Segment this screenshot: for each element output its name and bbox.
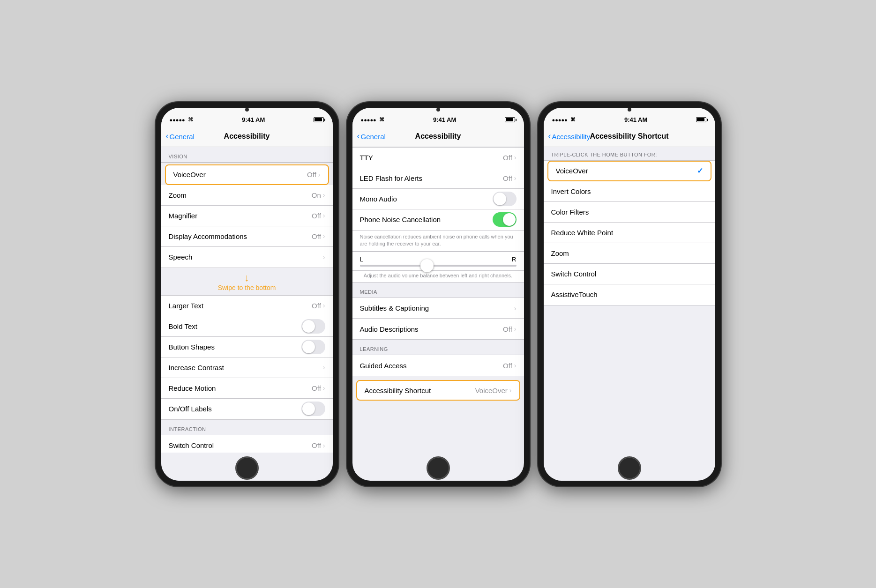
bold-text-row[interactable]: Bold Text bbox=[161, 316, 333, 337]
magnifier-row[interactable]: Magnifier Off › bbox=[161, 206, 333, 226]
back-label-2: General bbox=[361, 133, 386, 141]
mono-toggle[interactable] bbox=[493, 192, 517, 206]
magnifier-value: Off › bbox=[312, 212, 325, 220]
chevron-icon-display: › bbox=[323, 232, 325, 240]
zoom-option-row[interactable]: Zoom bbox=[544, 243, 715, 264]
color-filters-label: Color Filters bbox=[551, 208, 589, 216]
text-list: Larger Text Off › Bold Text bbox=[161, 295, 333, 420]
chevron-icon-magnifier: › bbox=[323, 212, 325, 219]
tty-row[interactable]: TTY Off › bbox=[352, 148, 524, 168]
larger-text-label: Larger Text bbox=[169, 302, 204, 310]
noise-desc: Noise cancellation reduces ambient noise… bbox=[352, 231, 524, 252]
switch-control-option-row[interactable]: Switch Control bbox=[544, 264, 715, 284]
on-off-labels-toggle[interactable] bbox=[301, 402, 325, 416]
guided-access-row[interactable]: Guided Access Off › bbox=[352, 355, 524, 376]
signal-dots-1: ●●●●● bbox=[170, 117, 185, 123]
reduce-motion-label: Reduce Motion bbox=[169, 384, 216, 392]
display-label: Display Accommodations bbox=[169, 232, 247, 240]
back-arrow-icon-1: ‹ bbox=[166, 131, 169, 141]
vision-list: VoiceOver Off › Zoom On › bbox=[161, 162, 333, 268]
zoom-option-label: Zoom bbox=[551, 249, 569, 257]
media-header: MEDIA bbox=[352, 283, 524, 298]
nav-bar-3: ‹ Accessibility Accessibility Shortcut bbox=[544, 127, 715, 147]
mono-label: Mono Audio bbox=[360, 195, 397, 203]
page-title-2: Accessibility bbox=[415, 132, 461, 141]
slider-left: L bbox=[360, 256, 363, 263]
button-shapes-row[interactable]: Button Shapes bbox=[161, 337, 333, 357]
checkmark-icon: ✓ bbox=[697, 166, 703, 175]
slider-track[interactable] bbox=[360, 265, 517, 267]
on-off-labels-label: On/Off Labels bbox=[169, 405, 212, 413]
led-flash-row[interactable]: LED Flash for Alerts Off › bbox=[352, 168, 524, 189]
learning-header: LEARNING bbox=[352, 340, 524, 355]
options-list: VoiceOver ✓ Invert Colors Color Filters … bbox=[544, 160, 715, 305]
zoom-label: Zoom bbox=[169, 191, 187, 199]
chevron-icon-motion: › bbox=[323, 384, 325, 392]
speech-row[interactable]: Speech › bbox=[161, 247, 333, 268]
noise-cancel-row[interactable]: Phone Noise Cancellation bbox=[352, 209, 524, 230]
screen-content-2: TTY Off › LED Flash for Alerts Off › bbox=[352, 147, 524, 481]
bold-text-toggle[interactable] bbox=[301, 319, 325, 334]
zoom-row[interactable]: Zoom On › bbox=[161, 185, 333, 206]
switch-control-option-label: Switch Control bbox=[551, 270, 597, 278]
section-header-interaction: INTERACTION bbox=[161, 420, 333, 435]
reduce-motion-row[interactable]: Reduce Motion Off › bbox=[161, 378, 333, 399]
accessibility-shortcut-row[interactable]: Accessibility Shortcut VoiceOver › bbox=[356, 380, 520, 401]
swipe-arrow-icon: ↓ bbox=[244, 270, 249, 284]
chevron-icon-larger: › bbox=[323, 302, 325, 309]
time-1: 9:41 AM bbox=[242, 116, 265, 123]
switch-control-row[interactable]: Switch Control Off › bbox=[161, 435, 333, 453]
button-shapes-toggle[interactable] bbox=[301, 340, 325, 354]
audio-desc-row[interactable]: Audio Descriptions Off › bbox=[352, 319, 524, 339]
screen-content-3: TRIPLE-CLICK THE HOME BUTTON FOR: VoiceO… bbox=[544, 147, 715, 481]
back-button-3[interactable]: ‹ Accessibility bbox=[548, 132, 591, 141]
back-button-1[interactable]: ‹ General bbox=[166, 132, 195, 141]
increase-contrast-row[interactable]: Increase Contrast › bbox=[161, 357, 333, 378]
camera-dot-2 bbox=[436, 108, 440, 112]
reduce-white-point-label: Reduce White Point bbox=[551, 229, 614, 237]
on-off-labels-row[interactable]: On/Off Labels bbox=[161, 399, 333, 419]
magnifier-label: Magnifier bbox=[169, 212, 198, 220]
voiceover-label: VoiceOver bbox=[173, 171, 206, 179]
voiceover-option-row[interactable]: VoiceOver ✓ bbox=[547, 161, 711, 181]
invert-colors-row[interactable]: Invert Colors bbox=[544, 181, 715, 202]
larger-text-row[interactable]: Larger Text Off › bbox=[161, 296, 333, 316]
chevron-tty: › bbox=[514, 154, 517, 161]
reduce-white-point-row[interactable]: Reduce White Point bbox=[544, 223, 715, 243]
chevron-led: › bbox=[514, 174, 517, 182]
slider-thumb[interactable] bbox=[420, 259, 434, 272]
slider-fill bbox=[360, 265, 430, 267]
chevron-subtitles: › bbox=[514, 305, 517, 312]
back-button-2[interactable]: ‹ General bbox=[357, 132, 386, 141]
assistivetouch-row[interactable]: AssistiveTouch bbox=[544, 284, 715, 305]
tty-label: TTY bbox=[360, 154, 373, 162]
speech-label: Speech bbox=[169, 253, 193, 261]
speech-value: › bbox=[323, 253, 325, 261]
media-list: Subtitles & Captioning › Audio Descripti… bbox=[352, 298, 524, 340]
guided-access-label: Guided Access bbox=[360, 362, 407, 370]
assistivetouch-label: AssistiveTouch bbox=[551, 290, 598, 298]
time-3: 9:41 AM bbox=[624, 116, 647, 123]
increase-contrast-value: › bbox=[323, 364, 325, 371]
subtitles-row[interactable]: Subtitles & Captioning › bbox=[352, 298, 524, 319]
back-arrow-icon-3: ‹ bbox=[548, 131, 551, 141]
chevron-audio-desc: › bbox=[514, 325, 517, 333]
color-filters-row[interactable]: Color Filters bbox=[544, 202, 715, 223]
screen-content-1: VISION VoiceOver Off › Zoom bbox=[161, 147, 333, 481]
swipe-annotation: ↓ Swipe to the bottom bbox=[161, 268, 333, 295]
back-label-1: General bbox=[170, 133, 195, 141]
home-button-2[interactable] bbox=[427, 456, 450, 480]
signal-2: ●●●●● bbox=[361, 117, 376, 123]
wifi-icon-2: ⌘ bbox=[379, 117, 384, 123]
voiceover-row[interactable]: VoiceOver Off › bbox=[165, 164, 329, 185]
home-button-3[interactable] bbox=[618, 456, 641, 480]
display-accommodations-row[interactable]: Display Accommodations Off › bbox=[161, 226, 333, 247]
guided-access-value: Off › bbox=[503, 362, 516, 370]
home-button-1[interactable] bbox=[235, 456, 259, 480]
battery-3 bbox=[696, 117, 706, 122]
noise-toggle[interactable] bbox=[493, 212, 517, 227]
switch-control-value: Off › bbox=[312, 441, 325, 449]
mono-audio-row[interactable]: Mono Audio bbox=[352, 189, 524, 209]
page-title-3: Accessibility Shortcut bbox=[590, 132, 668, 141]
bold-text-label: Bold Text bbox=[169, 322, 197, 330]
